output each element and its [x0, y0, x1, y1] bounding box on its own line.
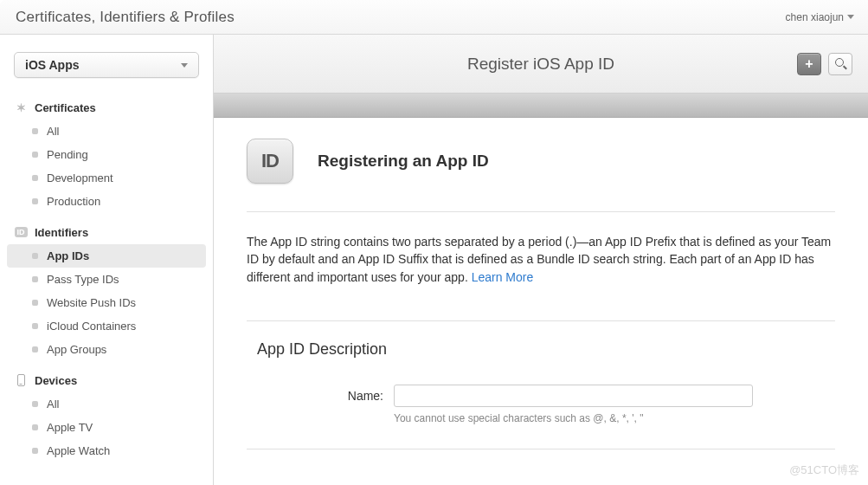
platform-select-label: iOS Apps — [25, 58, 80, 72]
app-header: Certificates, Identifiers & Profiles che… — [0, 0, 868, 35]
form-row-name: Name: You cannot use special characters … — [333, 385, 835, 424]
name-input[interactable] — [394, 385, 753, 407]
sidebar-item-development[interactable]: Development — [7, 166, 206, 190]
sidebar-item-app-ids[interactable]: App IDs — [7, 244, 206, 268]
description-text: The App ID string contains two parts sep… — [247, 233, 835, 286]
bullet-icon — [32, 128, 38, 134]
bullet-icon — [32, 276, 38, 282]
nav-section-certificates: ✶ Certificates All Pending Development P… — [0, 94, 213, 213]
bullet-icon — [32, 401, 38, 407]
bullet-icon — [32, 253, 38, 259]
content-header: ID Registering an App ID — [247, 139, 835, 212]
certificate-icon: ✶ — [14, 100, 28, 114]
main-header: Register iOS App ID + — [214, 35, 868, 94]
sidebar-item-app-groups[interactable]: App Groups — [7, 338, 206, 361]
learn-more-link[interactable]: Learn More — [472, 270, 534, 284]
sidebar-item-apple-watch[interactable]: Apple Watch — [7, 439, 206, 462]
sidebar-item-website-push-ids[interactable]: Website Push IDs — [7, 291, 206, 314]
user-name: chen xiaojun — [786, 11, 844, 23]
nav-section-header: ✶ Certificates — [0, 94, 213, 120]
nav-section-header: Devices — [0, 366, 213, 392]
device-icon — [14, 373, 28, 387]
gray-band — [214, 94, 868, 118]
bullet-icon — [32, 300, 38, 306]
sidebar-item-pending[interactable]: Pending — [7, 143, 206, 166]
section-heading: App ID Description — [257, 340, 835, 359]
sidebar-item-devices-all[interactable]: All — [7, 392, 206, 416]
content: ID Registering an App ID The App ID stri… — [214, 118, 868, 485]
name-label: Name: — [333, 385, 383, 403]
form-section: App ID Description Name: You cannot use … — [247, 320, 835, 449]
section-label: Certificates — [35, 101, 96, 114]
bullet-icon — [32, 198, 38, 204]
sidebar-item-apple-tv[interactable]: Apple TV — [7, 416, 206, 439]
search-icon — [835, 58, 846, 69]
user-menu[interactable]: chen xiaojun — [786, 11, 854, 23]
search-button[interactable] — [828, 53, 852, 75]
bullet-icon — [32, 424, 38, 430]
nav-section-devices: Devices All Apple TV Apple Watch — [0, 366, 213, 462]
bullet-icon — [32, 323, 38, 329]
id-icon: ID — [14, 225, 28, 239]
sidebar-item-all[interactable]: All — [7, 120, 206, 143]
main-panel: Register iOS App ID + ID Registering an … — [214, 35, 868, 485]
id-tile-icon: ID — [247, 139, 293, 184]
platform-select[interactable]: iOS Apps — [14, 52, 199, 78]
sidebar: iOS Apps ✶ Certificates All Pending Deve… — [0, 35, 214, 485]
sidebar-item-icloud-containers[interactable]: iCloud Containers — [7, 314, 206, 338]
sidebar-item-pass-type-ids[interactable]: Pass Type IDs — [7, 268, 206, 291]
add-button[interactable]: + — [797, 53, 821, 75]
bullet-icon — [32, 175, 38, 181]
content-title: Registering an App ID — [318, 152, 489, 171]
section-label: Identifiers — [35, 226, 88, 239]
app-title: Certificates, Identifiers & Profiles — [16, 9, 235, 26]
sidebar-item-production[interactable]: Production — [7, 190, 206, 213]
bullet-icon — [32, 448, 38, 454]
name-hint: You cannot use special characters such a… — [394, 412, 753, 424]
section-label: Devices — [35, 374, 77, 387]
bullet-icon — [32, 152, 38, 158]
bullet-icon — [32, 346, 38, 352]
nav-section-identifiers: ID Identifiers App IDs Pass Type IDs Web… — [0, 218, 213, 361]
caret-down-icon — [847, 15, 854, 19]
nav-section-header: ID Identifiers — [0, 218, 213, 244]
divider — [247, 449, 835, 449]
caret-down-icon — [181, 63, 188, 68]
page-title: Register iOS App ID — [467, 55, 614, 74]
